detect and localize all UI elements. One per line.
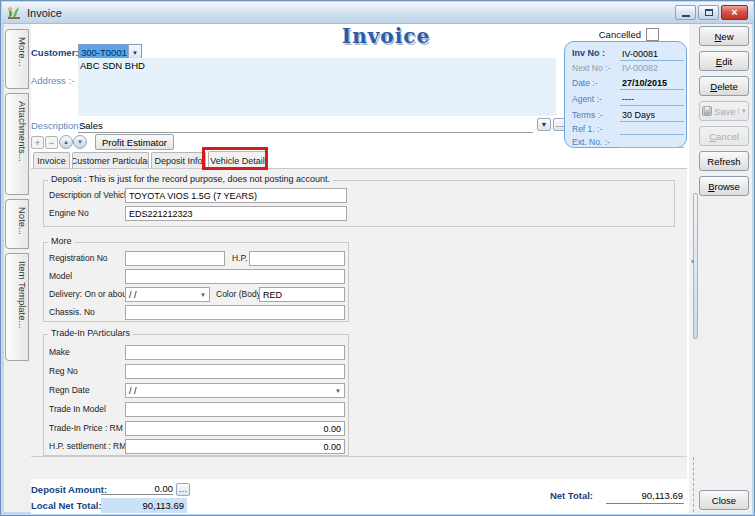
ref1-label: Ref 1. :- bbox=[572, 124, 602, 134]
local-net-total-label: Local Net Total: bbox=[31, 500, 102, 511]
add-row-icon[interactable]: + bbox=[31, 136, 44, 149]
move-down-icon[interactable]: ▼ bbox=[73, 135, 87, 149]
deposit-amount-ellipsis-button[interactable]: … bbox=[176, 483, 190, 496]
more-group-caption: More bbox=[48, 236, 75, 246]
action-bar: New Edit Delete Save ▼ Cancel Refresh Br… bbox=[689, 24, 752, 514]
color-body-label: Color (Body) bbox=[216, 289, 264, 299]
customer-name: ABC SDN BHD bbox=[80, 60, 145, 71]
reg-no-input[interactable] bbox=[125, 364, 345, 379]
delivery-date-value: / / bbox=[126, 290, 197, 300]
terms-underline bbox=[620, 121, 684, 122]
close-button-icon[interactable]: × bbox=[721, 5, 748, 20]
ref1-underline bbox=[620, 134, 684, 135]
model-label: Model bbox=[49, 271, 72, 281]
main-area: Invoice Cancelled Customer: 300-T0001 ▼ … bbox=[31, 24, 689, 514]
model-input[interactable] bbox=[125, 269, 345, 284]
close-form-button[interactable]: Close bbox=[699, 490, 749, 510]
hp-input[interactable] bbox=[249, 251, 345, 266]
expand-panel-icon[interactable]: › bbox=[691, 257, 694, 266]
invoice-info-panel: Inv No : IV-00081 Next No :- IV-00082 Da… bbox=[564, 41, 687, 148]
tab-deposit-info[interactable]: Deposit Info bbox=[151, 152, 206, 169]
inv-no-underline bbox=[620, 60, 684, 61]
remove-row-icon[interactable]: − bbox=[45, 136, 58, 149]
titlebar: Invoice × bbox=[2, 2, 753, 24]
tab-bar: Invoice Customer Particular Deposit Info… bbox=[33, 151, 269, 169]
save-icon bbox=[702, 106, 712, 116]
tab-customer-particular[interactable]: Customer Particular bbox=[72, 152, 149, 169]
cancel-button[interactable]: Cancel bbox=[699, 126, 749, 146]
net-total-value: 90,113.69 bbox=[601, 490, 683, 501]
profit-estimator-button[interactable]: Profit Estimator bbox=[95, 134, 174, 150]
cancelled-label: Cancelled bbox=[565, 29, 641, 40]
regn-date-label: Regn Date bbox=[49, 385, 90, 395]
engine-no-input[interactable] bbox=[125, 206, 347, 221]
inv-no-label: Inv No : bbox=[572, 48, 605, 58]
cancelled-checkbox[interactable] bbox=[646, 28, 659, 41]
hp-settlement-input[interactable] bbox=[125, 439, 345, 454]
address-label: Address :- bbox=[31, 75, 74, 86]
ext-no-underline bbox=[620, 147, 684, 148]
hp-label: H.P. bbox=[232, 253, 247, 263]
terms-value: 30 Days bbox=[622, 110, 684, 120]
sidetab-item-template[interactable]: Item Template... bbox=[5, 253, 29, 361]
app-icon bbox=[7, 6, 21, 20]
deposit-group: Deposit : This is just for the record pu… bbox=[43, 180, 675, 227]
trade-in-model-input[interactable] bbox=[125, 402, 345, 417]
reg-no-label: Reg No bbox=[49, 366, 78, 376]
footer-separator-dashed bbox=[693, 457, 694, 512]
tab-vehicle-detail[interactable]: Vehicle Detail bbox=[208, 151, 267, 169]
color-body-input[interactable] bbox=[259, 287, 345, 302]
side-tab-strip: More... Attachments... Note... Item Temp… bbox=[5, 27, 31, 513]
description-underline bbox=[78, 132, 533, 133]
trade-in-price-input[interactable] bbox=[125, 421, 345, 436]
browse-button[interactable]: Browse bbox=[699, 176, 749, 196]
registration-no-label: Registration No bbox=[49, 253, 108, 263]
description-of-vehicle-input[interactable] bbox=[125, 188, 347, 203]
save-dropdown-icon[interactable]: ▼ bbox=[738, 108, 747, 114]
make-input[interactable] bbox=[125, 345, 345, 360]
description-dropdown-icon[interactable]: ▼ bbox=[537, 118, 551, 131]
regn-date-chevron-icon: ▼ bbox=[332, 388, 344, 394]
inv-no-value: IV-00081 bbox=[622, 49, 684, 59]
delivery-date-combo[interactable]: / / ▼ bbox=[125, 287, 210, 302]
sidetab-attachments[interactable]: Attachments... bbox=[5, 93, 29, 195]
make-label: Make bbox=[49, 347, 70, 357]
save-button[interactable]: Save ▼ bbox=[699, 101, 749, 121]
hp-settlement-label: H.P. settlement : RM bbox=[49, 441, 126, 451]
window-title: Invoice bbox=[27, 7, 62, 19]
panel-splitter[interactable] bbox=[693, 193, 698, 339]
engine-no-label: Engine No bbox=[49, 208, 89, 218]
tab-invoice[interactable]: Invoice bbox=[33, 152, 70, 169]
new-button[interactable]: New bbox=[699, 26, 749, 46]
minimize-button-icon[interactable] bbox=[675, 5, 696, 20]
maximize-button-icon[interactable] bbox=[698, 5, 719, 20]
regn-date-value: / / bbox=[126, 386, 332, 396]
next-no-value: IV-00082 bbox=[622, 63, 684, 73]
agent-value: ---- bbox=[622, 94, 684, 104]
description-value[interactable]: Sales bbox=[79, 120, 103, 131]
move-up-icon[interactable]: ▲ bbox=[59, 135, 73, 149]
date-label: Date :- bbox=[572, 78, 598, 88]
edit-button[interactable]: Edit bbox=[699, 51, 749, 71]
delete-button[interactable]: Delete bbox=[699, 76, 749, 96]
sidetab-more[interactable]: More... bbox=[5, 29, 29, 89]
delivery-label: Delivery: On or about bbox=[49, 289, 129, 299]
agent-underline bbox=[620, 105, 684, 106]
vehicle-detail-panel: Deposit : This is just for the record pu… bbox=[31, 168, 687, 479]
page-title: Invoice bbox=[331, 24, 441, 48]
deposit-amount-value[interactable]: 0.00 bbox=[101, 483, 173, 495]
refresh-button[interactable]: Refresh bbox=[699, 151, 749, 171]
deposit-group-caption: Deposit : This is just for the record pu… bbox=[48, 174, 333, 184]
regn-date-combo[interactable]: / / ▼ bbox=[125, 383, 345, 398]
footer-divider bbox=[31, 456, 687, 457]
chassis-no-input[interactable] bbox=[125, 305, 345, 320]
local-net-total-value: 90,113.69 bbox=[101, 498, 187, 513]
sidetab-note[interactable]: Note... bbox=[5, 199, 29, 249]
chassis-no-label: Chassis. No bbox=[49, 307, 95, 317]
trade-in-model-label: Trade In Model bbox=[49, 404, 106, 414]
next-no-label: Next No :- bbox=[572, 63, 610, 73]
registration-no-input[interactable] bbox=[125, 251, 225, 266]
ext-no-label: Ext. No. :- bbox=[572, 137, 610, 147]
address-area[interactable] bbox=[78, 58, 556, 116]
trade-in-price-label: Trade-In Price : RM bbox=[49, 423, 123, 433]
